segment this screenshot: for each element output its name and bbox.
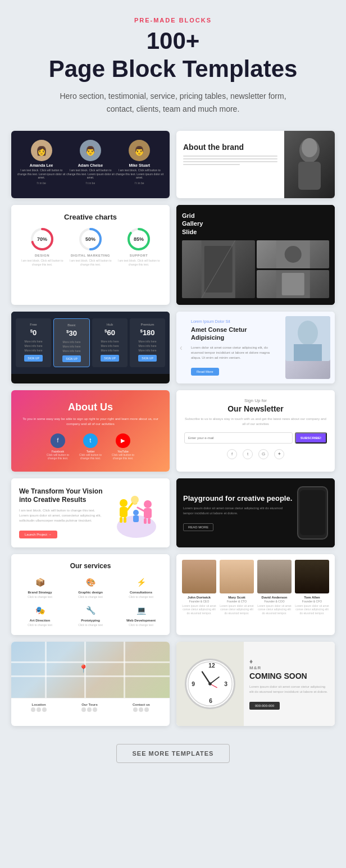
svg-rect-15 [281,273,304,295]
member-icons-amanda: f t in be [17,181,66,185]
svg-point-20 [120,499,128,507]
team-member-3: 👨 Mike Stuart I am text block. Click wil… [115,140,164,185]
playground-button[interactable]: READ MORE [183,523,213,531]
brand-text: About the brand [176,131,284,198]
grid-row-1: 👩 Amanda Lee I am text block. Click will… [11,131,335,198]
social-google-icon[interactable]: G [258,449,268,459]
service-web: 💻 Web Development Click to change text [118,604,164,627]
chart-circle-support: 85% [126,227,151,252]
newsletter-card: Sign Up for Our Newsletter Subscribe to … [176,390,335,472]
service-desc-consult: Click to change text [118,595,164,599]
prototyping-icon: 🔧 [84,604,97,617]
youtube-sub: Click will button tochange this text. [112,453,134,460]
gallery-title: GridGallerySlide [182,212,329,236]
svg-rect-27 [144,508,152,518]
about-content: About Us To you in some easy way be able… [11,390,170,472]
mary-role: Founder & CTO [220,600,254,603]
slider-content: ‹ Lorem Ipsum Dolor Sit Amet Conse Ctetu… [176,312,335,383]
pricing-btn-hub[interactable]: SIGN UP [101,355,119,362]
david-role: Founder & COO [257,600,292,603]
pricing-features-free: More info hereMore info hereMore info he… [18,339,49,353]
map-pin: 📍 [79,664,88,673]
pricing-content: Free $0 More info hereMore info hereMore… [11,312,170,374]
slider-img-svg [285,316,330,361]
pricing-btn-basic[interactable]: SIGN UP [62,355,81,362]
gallery-img-3 [257,270,330,298]
newsletter-email-input[interactable] [184,432,293,444]
transform-illustration [111,490,162,535]
slider-title: Amet Conse Ctetur Adipisicing [191,326,280,342]
service-desc-art: Click to change text [17,623,63,627]
main-title: 100+ [11,28,335,54]
svg-rect-28 [144,518,147,524]
pricing-tier-basic: Basic [56,323,87,327]
charts-content: Creative charts 70% DESIGN I am text blo… [11,205,170,272]
coming-diamond-icon: ♦ [249,657,329,665]
map-contact-label: Contact us [133,703,150,706]
twitter-icon: t [83,433,98,448]
see-more-button[interactable]: SEE MORE TEMPLATES [116,744,230,763]
pricing-tier-free: Free [18,323,49,326]
coming-card: 12 3 6 9 ♦ M&R [176,642,335,726]
brand-line-2 [183,158,277,159]
services-grid: 📦 Brand Strategy Click to change text 🎨 … [17,575,164,627]
clock-svg: 12 3 6 9 [186,659,234,709]
map-icon-9 [144,707,149,712]
david-photo [257,560,292,593]
transform-content: We Transform Your Vision into Creative R… [11,478,170,547]
pricing-btn-premium[interactable]: SIGN UP [138,355,157,362]
service-desc-web: Click to change text [118,623,164,627]
service-brand: 📦 Brand Strategy Click to change text [17,575,63,599]
mary-desc: Lorem ipsum dolor sit amet conse ctetur … [220,604,254,615]
clock-section: 12 3 6 9 [176,642,244,726]
gallery-content: GridGallerySlide [176,205,335,305]
member-name-amanda: Amanda Lee [17,163,66,167]
youtube-icon: ▶ [116,433,130,448]
map-footer-location: Location [31,703,47,712]
coming-text-area: ♦ M&R COMING SOON Lorem ipsum dolor sit … [244,650,335,718]
description: Hero section, testimonial, service, pric… [55,90,291,115]
grid-row-7: 📍 Location Our Tours [11,642,335,726]
social-instagram-icon[interactable]: ✦ [274,449,284,459]
pricing-cols: Free $0 More info hereMore info hereMore… [16,318,165,367]
service-name-art: Art Direction [17,619,63,622]
map-icon-8 [139,707,143,712]
transform-button[interactable]: Launch Project → [19,531,57,538]
chart-pct-marketing: 50% [85,236,95,242]
svg-text:6: 6 [209,697,212,703]
pricing-btn-free[interactable]: SIGN UP [24,355,43,362]
services-content: Our services 📦 Brand Strategy Click to c… [11,554,170,635]
playground-text: Playground for creative people. Lorem ip… [183,494,293,532]
brand-title: About the brand [183,142,277,152]
coming-content: 12 3 6 9 ♦ M&R [176,642,335,726]
map-location-icons [31,707,47,712]
map-icon-1 [31,707,35,712]
pricing-basic: Basic $30 More info hereMore info hereMo… [53,318,90,367]
newsletter-social: f t G ✦ [184,449,327,459]
team-photo-content: John Dortwick Founder & CEO Lorem ipsum … [176,554,335,621]
social-twitter-icon[interactable]: t [243,449,253,459]
transform-text: We Transform Your Vision into Creative R… [19,487,106,538]
tom-role: Founder & CFO [295,600,329,603]
slider-arrow-left[interactable]: ‹ [180,343,183,352]
map-footer: Location Our Tours [11,698,170,714]
art-direction-icon: 🎭 [33,604,47,617]
brand-portrait-svg [293,131,326,198]
social-facebook-icon[interactable]: f [227,449,237,459]
graphic-design-icon: 🎨 [84,575,97,589]
coming-button[interactable]: 000-000-000 [249,702,280,710]
chart-label-marketing: DIGITAL MARKETING [66,254,115,257]
pricing-features-basic: More info hereMore info hereMore info he… [56,340,87,353]
john-name: John Dortwick [182,596,216,599]
svg-point-26 [144,500,152,508]
member-name-adam: Adam Cheise [66,163,115,167]
service-graphic: 🎨 Graphic design Click to change text [67,575,113,599]
slider-button[interactable]: Read More [191,368,219,376]
newsletter-submit-button[interactable]: SUBSCRIBE! [295,432,327,444]
service-art: 🎭 Art Direction Click to change text [17,604,63,627]
about-icon-twitter: t Twitter Click will button tochange thi… [79,433,102,460]
tom-desc: Lorem ipsum dolor sit amet conse ctetur … [295,604,329,615]
david-name: David Anderson [257,596,292,599]
pricing-tier-hub: Hub [94,323,125,326]
service-desc-proto: Click to change text [67,623,113,627]
